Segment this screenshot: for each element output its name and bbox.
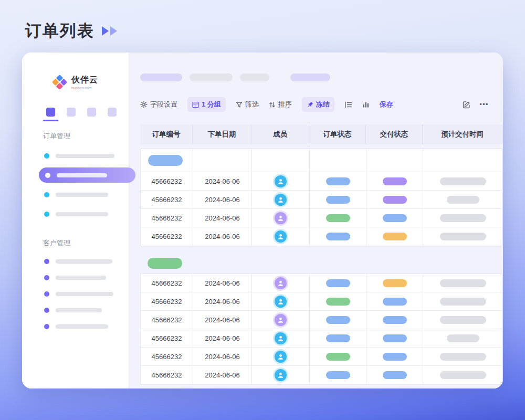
cell-order-date[interactable]: 2024-06-06 bbox=[193, 348, 252, 366]
cell-expected-delivery[interactable] bbox=[423, 311, 503, 329]
sidebar-item[interactable] bbox=[22, 204, 129, 224]
column-header[interactable]: 交付状态 bbox=[366, 124, 423, 144]
cell-delivery-status[interactable] bbox=[366, 274, 423, 292]
cell-order-status[interactable] bbox=[310, 274, 366, 292]
cell-order-date[interactable]: 2024-06-06 bbox=[193, 227, 252, 246]
cell-member[interactable] bbox=[252, 274, 310, 292]
play-icon bbox=[102, 26, 120, 36]
cell-delivery-status[interactable] bbox=[366, 227, 423, 246]
group-header-row[interactable] bbox=[140, 253, 502, 274]
cell-delivery-status[interactable] bbox=[366, 348, 423, 366]
order-status-pill bbox=[326, 233, 350, 240]
sidebar-item[interactable] bbox=[22, 286, 129, 302]
cell-order-status[interactable] bbox=[310, 209, 366, 227]
cell-expected-delivery[interactable] bbox=[423, 348, 503, 366]
sidebar-item-selected[interactable] bbox=[39, 167, 135, 183]
cell-order-no[interactable]: 45666232 bbox=[141, 311, 193, 329]
cell-order-status[interactable] bbox=[310, 191, 366, 209]
column-header[interactable]: 预计交付时间 bbox=[423, 124, 502, 144]
cell-order-date[interactable]: 2024-06-06 bbox=[193, 191, 252, 209]
edit-button[interactable] bbox=[463, 101, 470, 109]
cell-delivery-status[interactable] bbox=[366, 172, 423, 191]
cell-order-no[interactable]: 45666232 bbox=[141, 366, 193, 384]
sidebar-item[interactable] bbox=[22, 269, 129, 286]
table-header-row: 订单编号下单日期成员订单状态交付状态预计交付时间 bbox=[140, 124, 502, 144]
chart-button[interactable] bbox=[362, 101, 370, 108]
column-header[interactable]: 下单日期 bbox=[193, 124, 251, 144]
cell-expected-delivery[interactable] bbox=[423, 227, 503, 246]
cell-expected-delivery[interactable] bbox=[423, 172, 503, 191]
cell-order-status[interactable] bbox=[310, 311, 366, 329]
cell-member[interactable] bbox=[252, 209, 310, 227]
cell-delivery-status[interactable] bbox=[366, 311, 423, 329]
cell-member[interactable] bbox=[252, 329, 310, 348]
person-icon bbox=[277, 280, 284, 287]
cell-member[interactable] bbox=[252, 366, 310, 384]
sidebar-item[interactable] bbox=[22, 185, 129, 204]
cell-delivery-status[interactable] bbox=[366, 191, 423, 209]
cell-member[interactable] bbox=[252, 191, 310, 209]
cell-order-no[interactable]: 45666232 bbox=[141, 191, 193, 209]
cell-order-date[interactable]: 2024-06-06 bbox=[193, 209, 252, 227]
cell-member[interactable] bbox=[252, 348, 310, 366]
cell-delivery-status[interactable] bbox=[366, 292, 423, 311]
cell-order-no[interactable]: 45666232 bbox=[141, 274, 193, 292]
column-header[interactable]: 订单编号 bbox=[140, 124, 193, 144]
cell-expected-delivery[interactable] bbox=[423, 191, 503, 209]
cell-member[interactable] bbox=[252, 311, 310, 329]
cell-order-status[interactable] bbox=[310, 329, 366, 348]
cell-order-no[interactable]: 45666232 bbox=[141, 172, 193, 191]
cell-delivery-status[interactable] bbox=[366, 329, 423, 348]
save-button[interactable]: 保存 bbox=[380, 100, 393, 109]
group-header-row[interactable] bbox=[141, 149, 502, 172]
sidebar-tab[interactable] bbox=[46, 108, 55, 117]
cell-delivery-status[interactable] bbox=[366, 366, 423, 384]
sidebar-item[interactable] bbox=[22, 253, 129, 269]
cell-order-status[interactable] bbox=[310, 348, 366, 366]
cell-order-status[interactable] bbox=[310, 227, 366, 246]
cell-order-no[interactable]: 45666232 bbox=[141, 227, 193, 246]
filter-button[interactable]: 筛选 bbox=[236, 100, 259, 109]
member-avatar bbox=[275, 230, 287, 243]
cell-order-date[interactable]: 2024-06-06 bbox=[193, 329, 252, 348]
cell-expected-delivery[interactable] bbox=[423, 366, 503, 384]
column-header[interactable]: 订单状态 bbox=[309, 124, 366, 144]
cell-order-no[interactable]: 45666232 bbox=[141, 209, 193, 227]
cell-order-date[interactable]: 2024-06-06 bbox=[193, 292, 252, 311]
sidebar-tab[interactable] bbox=[67, 108, 76, 117]
sidebar-tab[interactable] bbox=[87, 108, 96, 117]
cell-expected-delivery[interactable] bbox=[423, 329, 503, 348]
group-button[interactable]: 1 分组 bbox=[187, 97, 226, 112]
cell-order-status[interactable] bbox=[310, 172, 366, 191]
cell-order-no[interactable]: 45666232 bbox=[141, 348, 193, 366]
sort-button[interactable]: 排序 bbox=[269, 100, 292, 109]
cell-expected-delivery[interactable] bbox=[423, 209, 503, 227]
sidebar-tab[interactable] bbox=[108, 108, 117, 117]
cell-order-date[interactable]: 2024-06-06 bbox=[193, 311, 252, 329]
delivery-status-pill bbox=[383, 298, 407, 306]
field-settings-button[interactable]: 字段设置 bbox=[140, 100, 177, 109]
cell-order-date[interactable]: 2024-06-06 bbox=[193, 274, 252, 292]
table-row: 456662322024-06-06 bbox=[141, 366, 502, 384]
more-button[interactable]: ⋯ bbox=[479, 102, 489, 107]
cell-order-status[interactable] bbox=[310, 366, 366, 384]
cell-member[interactable] bbox=[252, 292, 310, 311]
cell-order-date[interactable]: 2024-06-06 bbox=[193, 366, 252, 384]
skeleton-bar bbox=[56, 276, 106, 280]
row-height-button[interactable] bbox=[344, 101, 352, 108]
cell-expected-delivery[interactable] bbox=[423, 292, 503, 311]
cell-expected-delivery[interactable] bbox=[423, 274, 503, 292]
member-avatar bbox=[275, 332, 287, 344]
cell-order-status[interactable] bbox=[310, 292, 366, 311]
cell-delivery-status[interactable] bbox=[366, 209, 423, 227]
freeze-button[interactable]: 冻结 bbox=[302, 97, 334, 112]
cell-order-no[interactable]: 45666232 bbox=[141, 329, 193, 348]
sidebar-item[interactable] bbox=[22, 146, 129, 165]
cell-order-date[interactable]: 2024-06-06 bbox=[193, 172, 252, 191]
cell-member[interactable] bbox=[252, 227, 310, 246]
cell-order-no[interactable]: 45666232 bbox=[141, 292, 193, 311]
sidebar-item[interactable] bbox=[22, 302, 129, 318]
cell-member[interactable] bbox=[252, 172, 310, 191]
column-header[interactable]: 成员 bbox=[251, 124, 309, 144]
sidebar-item[interactable] bbox=[22, 318, 129, 334]
